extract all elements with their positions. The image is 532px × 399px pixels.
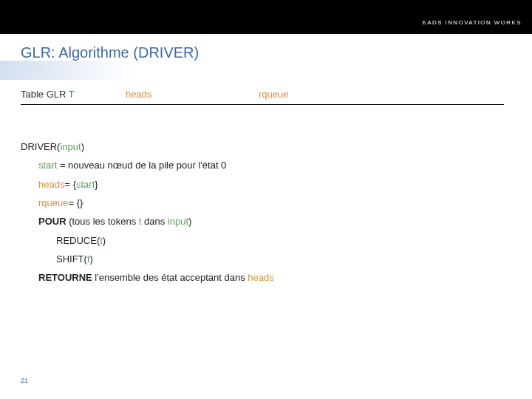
algo-var-heads: heads (38, 179, 64, 190)
def-rqueue: rqueue (259, 89, 369, 100)
title-area: GLR: Algorithme (DRIVER) (0, 40, 532, 61)
algo-var-heads: heads (248, 272, 273, 283)
algo-line-1: DRIVER(input) (21, 137, 504, 156)
algo-var-start: start (76, 179, 95, 190)
algo-line-6: REDUCE(t) (21, 231, 504, 250)
def-heads: heads (126, 89, 259, 100)
defs-underlined: Table GLR T heads rqueue (21, 89, 504, 105)
brand-text: EADS INNOVATION WORKS (423, 19, 522, 26)
algo-text: DRIVER( (21, 141, 60, 152)
algo-text: = {} (68, 197, 83, 208)
algo-var-input: input (168, 216, 188, 227)
def-table: Table GLR T (21, 89, 126, 100)
algo-line-8: RETOURNE l'ensemble des état acceptant d… (21, 268, 504, 287)
algo-line-2: start = nouveau nœud de la pile pour l'é… (21, 156, 504, 174)
algo-kw-pour: POUR (38, 216, 66, 227)
header-bar: EADS INNOVATION WORKS (0, 0, 532, 34)
algo-text: = nouveau nœud de la pile pour l'état 0 (57, 160, 226, 171)
algo-text: = { (64, 179, 76, 190)
algo-text: l'ensemble des état acceptant dans (92, 272, 248, 283)
algo-text: dans (141, 216, 167, 227)
algo-text: ) (90, 253, 93, 265)
algo-line-7: SHIFT(t) (21, 250, 504, 268)
def-table-label: Table GLR (21, 89, 69, 100)
definitions-row: Table GLR T heads rqueue (21, 89, 504, 105)
algo-text: ) (188, 216, 191, 227)
algo-text: ) (103, 235, 106, 246)
algo-line-3: heads= {start} (21, 175, 504, 194)
algo-var-rqueue: rqueue (38, 197, 68, 208)
page-title: GLR: Algorithme (DRIVER) (0, 40, 532, 61)
algo-text: SHIFT( (56, 253, 87, 265)
def-table-var: T (69, 89, 75, 100)
algo-text: ) (81, 141, 84, 152)
algo-text: REDUCE( (56, 235, 100, 246)
algo-var-input: input (60, 141, 81, 152)
algorithm-block: DRIVER(input) start = nouveau nœud de la… (21, 137, 504, 287)
brand-logo: EADS INNOVATION WORKS (423, 19, 522, 26)
algo-kw-retourne: RETOURNE (38, 272, 92, 283)
algo-line-5: POUR (tous les tokens t dans input) (21, 212, 504, 231)
algo-text: } (95, 179, 98, 190)
algo-var-start: start (38, 160, 57, 171)
page-number: 21 (21, 377, 28, 384)
algo-line-4: rqueue= {} (21, 194, 504, 212)
algo-text: (tous les tokens (66, 216, 139, 227)
title-gradient (0, 61, 133, 80)
